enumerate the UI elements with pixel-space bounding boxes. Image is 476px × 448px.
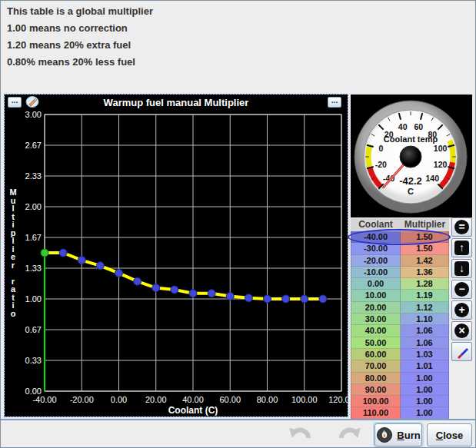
curve-point[interactable]: [115, 269, 123, 277]
multiplier-cell[interactable]: 1.06: [401, 325, 449, 337]
gauge-tick-label: 60: [414, 122, 424, 131]
move-down-button-icon: ↓: [454, 261, 469, 276]
curve-point[interactable]: [171, 286, 178, 294]
y-tick-label: 2.67: [25, 141, 42, 150]
x-tick-label: 0.00: [111, 395, 127, 404]
set-equal-button-icon: =: [454, 220, 469, 234]
gauge-zone: [450, 141, 453, 162]
curve-point[interactable]: [78, 257, 85, 264]
move-up-button-icon: ↑: [454, 241, 469, 255]
curve-point[interactable]: [152, 284, 160, 292]
table-row: 30.001.10: [351, 314, 449, 325]
close-button[interactable]: Close: [427, 423, 472, 446]
table-row: 40.001.06: [351, 325, 449, 337]
coolant-cell[interactable]: 40.00: [351, 325, 401, 337]
coolant-cell[interactable]: 50.00: [351, 337, 401, 349]
x-tick-label: -20.00: [70, 395, 94, 404]
increment-button-icon: +: [454, 303, 469, 317]
table-row: 90.001.00: [351, 384, 449, 396]
y-tick-label: 1.00: [25, 294, 42, 304]
gauge-tick-label: 100: [434, 144, 448, 153]
multiplier-cell[interactable]: 1.03: [401, 349, 449, 360]
coolant-cell[interactable]: -40.00: [351, 231, 401, 243]
multiplier-cell[interactable]: 1.42: [401, 255, 449, 267]
y-tick-label: 1.67: [25, 233, 42, 242]
curve-point[interactable]: [189, 290, 197, 297]
curve-plot[interactable]: -40.00-20.000.0020.0040.0060.0080.00100.…: [5, 110, 348, 416]
multiplier-cell[interactable]: 1.00: [401, 396, 449, 407]
coolant-cell[interactable]: 90.00: [351, 384, 401, 396]
move-up-button[interactable]: ↑: [451, 238, 472, 257]
curve-point[interactable]: [319, 295, 327, 303]
increment-button[interactable]: +: [451, 300, 472, 320]
redo-button[interactable]: [337, 425, 363, 448]
curve-point[interactable]: [245, 294, 252, 302]
curve-editor-panel[interactable]: ... Warmup fuel manual Multiplier ... -4…: [5, 95, 348, 416]
decrement-button[interactable]: −: [451, 280, 472, 299]
coolant-cell[interactable]: 70.00: [351, 360, 401, 372]
y-axis-label-char: r: [12, 261, 15, 270]
curve-point[interactable]: [226, 292, 234, 300]
coolant-cell[interactable]: -10.00: [351, 267, 401, 278]
note-line: This table is a global multiplier: [7, 6, 153, 17]
curve-point[interactable]: [134, 277, 141, 285]
table-row: 10.001.19: [351, 290, 449, 301]
multiplier-cell[interactable]: 1.36: [401, 267, 449, 278]
table-row: -40.001.50: [351, 231, 449, 243]
burn-label: Burn: [397, 430, 420, 441]
edit-pencil-button[interactable]: [451, 342, 472, 361]
gauge-unit: C: [408, 187, 414, 196]
set-equal-button[interactable]: =: [451, 217, 472, 237]
table-row: -10.001.36: [351, 267, 449, 278]
multiplier-cell[interactable]: 1.00: [401, 384, 449, 396]
multiplier-cell[interactable]: 1.50: [401, 243, 449, 254]
y-tick-label: 3.00: [25, 110, 42, 119]
coolant-cell[interactable]: 110.00: [351, 407, 401, 419]
multiplier-cell[interactable]: 1.28: [401, 278, 449, 290]
coolant-cell[interactable]: -30.00: [351, 243, 401, 254]
curve-point-selected[interactable]: [41, 249, 48, 257]
curve-point[interactable]: [301, 295, 308, 303]
footer-bar: Burn Close: [1, 419, 475, 447]
coolant-cell[interactable]: 80.00: [351, 373, 401, 384]
y-axis-label-char: o: [11, 309, 16, 318]
coolant-cell[interactable]: 0.00: [351, 278, 401, 290]
curve-point[interactable]: [59, 249, 67, 257]
curve-point[interactable]: [282, 295, 290, 303]
multiplier-cell[interactable]: 1.50: [401, 231, 449, 243]
clear-x-button[interactable]: ×: [451, 321, 472, 340]
table-row: 20.001.12: [351, 302, 449, 314]
y-tick-label: 1.33: [25, 264, 42, 273]
multiplier-cell[interactable]: 1.12: [401, 302, 449, 314]
coolant-cell[interactable]: 60.00: [351, 349, 401, 360]
table-row: -20.001.42: [351, 255, 449, 267]
coolant-cell[interactable]: 100.00: [351, 396, 401, 407]
burn-button[interactable]: Burn: [374, 423, 422, 446]
clear-x-button-icon: ×: [454, 324, 469, 338]
multiplier-cell[interactable]: 1.01: [401, 360, 449, 372]
gauge-hub: [400, 146, 421, 168]
move-down-button[interactable]: ↓: [451, 259, 472, 278]
curve-point[interactable]: [208, 290, 215, 297]
help-notes: This table is a global multiplier 1.00 m…: [7, 6, 153, 74]
y-tick-label: 0.00: [25, 387, 42, 396]
curve-point[interactable]: [264, 295, 271, 303]
table-row: 100.001.00: [351, 396, 449, 407]
multiplier-cell[interactable]: 1.10: [401, 314, 449, 325]
coolant-cell[interactable]: 10.00: [351, 290, 401, 301]
multiplier-cell[interactable]: 1.19: [401, 290, 449, 301]
multiplier-cell[interactable]: 1.00: [401, 407, 449, 419]
undo-button[interactable]: [287, 425, 313, 448]
multiplier-cell[interactable]: 1.06: [401, 337, 449, 349]
coolant-cell[interactable]: -20.00: [351, 255, 401, 267]
chart-more-button[interactable]: ...: [328, 97, 341, 108]
x-tick-label: -40.00: [32, 395, 56, 404]
coolant-cell[interactable]: 30.00: [351, 314, 401, 325]
multiplier-cell[interactable]: 1.00: [401, 373, 449, 384]
coolant-temp-gauge: -40-20020406080100120140Coolant temp-42.…: [351, 95, 472, 217]
coolant-cell[interactable]: 20.00: [351, 302, 401, 314]
table-row: 80.001.00: [351, 373, 449, 384]
note-line: 0.80% means 20% less fuel: [7, 57, 153, 68]
coolant-gauge-panel: -40-20020406080100120140Coolant temp-42.…: [351, 95, 472, 217]
curve-point[interactable]: [96, 262, 104, 270]
